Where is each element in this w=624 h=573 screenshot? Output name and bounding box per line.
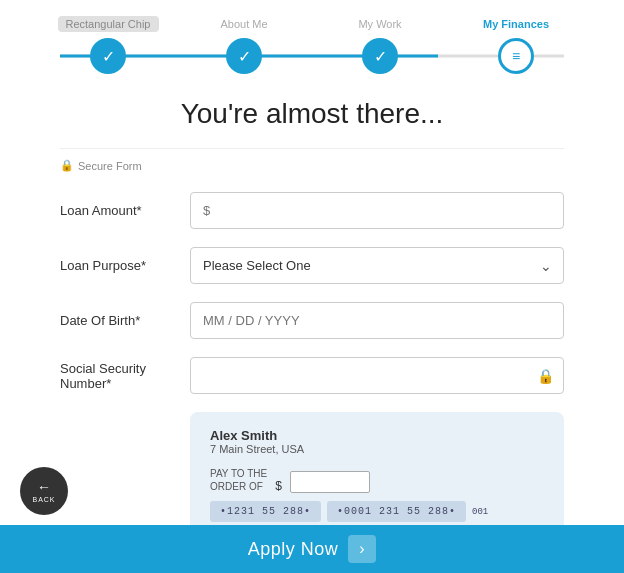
apply-now-label: Apply Now xyxy=(248,539,339,560)
ssn-row: Social Security Number* 🔒 xyxy=(60,357,564,394)
step-labels: Rectangular Chip About Me My Work My Fin… xyxy=(0,16,624,32)
secure-form-label: 🔒 Secure Form xyxy=(60,148,564,172)
loan-amount-input[interactable] xyxy=(190,192,564,229)
step-label-my-work: My Work xyxy=(312,18,448,30)
check-routing-box-2: •0001 231 55 288• xyxy=(327,501,466,522)
back-button[interactable]: ← BACK xyxy=(20,467,68,515)
step1-chip: Rectangular Chip xyxy=(58,16,159,32)
loan-purpose-label: Loan Purpose* xyxy=(60,258,190,273)
step-label-about-me: About Me xyxy=(176,18,312,30)
check-routing-row: •1231 55 288• •0001 231 55 288• 001 xyxy=(210,501,544,522)
loan-purpose-select-wrap: Please Select OneDebt ConsolidationHome … xyxy=(190,247,564,284)
progress-track: ✓ ✓ ✓ ≡ xyxy=(0,38,624,74)
step-circle-1: ✓ xyxy=(90,38,126,74)
step-circle-3: ✓ xyxy=(362,38,398,74)
bottom-bar: Apply Now › xyxy=(0,525,624,573)
check-amount-box xyxy=(290,471,370,493)
page-title: You're almost there... xyxy=(60,98,564,130)
check-preview: Alex Smith 7 Main Street, USA PAY TO THE… xyxy=(190,412,564,538)
progress-line xyxy=(60,55,564,58)
step-label-get-started: Rectangular Chip xyxy=(40,16,176,32)
step-circle-4: ≡ xyxy=(498,38,534,74)
check-pay-label: PAY TO THEORDER OF xyxy=(210,467,267,493)
loan-amount-input-wrap xyxy=(190,192,564,229)
lock-icon: 🔒 xyxy=(537,368,554,384)
lock-icon-secure: 🔒 xyxy=(60,159,74,172)
main-content: You're almost there... 🔒 Secure Form Loa… xyxy=(0,74,624,558)
progress-section: Rectangular Chip About Me My Work My Fin… xyxy=(0,0,624,74)
dob-input[interactable] xyxy=(190,302,564,339)
step-circle-2: ✓ xyxy=(226,38,262,74)
step-label-my-finances: My Finances xyxy=(448,18,584,30)
check-dollar-sign: $ xyxy=(275,479,282,493)
back-label: BACK xyxy=(32,496,55,503)
loan-purpose-row: Loan Purpose* Please Select OneDebt Cons… xyxy=(60,247,564,284)
loan-amount-row: Loan Amount* xyxy=(60,192,564,229)
dob-row: Date Of Birth* xyxy=(60,302,564,339)
check-name: Alex Smith xyxy=(210,428,544,443)
ssn-field-wrapper: 🔒 xyxy=(190,357,564,394)
dob-label: Date Of Birth* xyxy=(60,313,190,328)
apply-now-button[interactable]: Apply Now › xyxy=(248,535,377,563)
loan-purpose-dropdown[interactable]: Please Select OneDebt ConsolidationHome … xyxy=(190,247,564,284)
apply-arrow-icon: › xyxy=(348,535,376,563)
ssn-label: Social Security Number* xyxy=(60,361,190,391)
check-routing-box-1: •1231 55 288• xyxy=(210,501,321,522)
loan-amount-label: Loan Amount* xyxy=(60,203,190,218)
dob-input-wrap xyxy=(190,302,564,339)
ssn-input[interactable] xyxy=(190,357,564,394)
check-address: 7 Main Street, USA xyxy=(210,443,544,455)
check-routing-small: 001 xyxy=(472,501,488,522)
ssn-input-wrap: 🔒 xyxy=(190,357,564,394)
back-arrow-icon: ← xyxy=(37,479,51,495)
check-pay-row: PAY TO THEORDER OF $ xyxy=(210,467,544,493)
loan-purpose-select[interactable]: Please Select OneDebt ConsolidationHome … xyxy=(190,247,564,284)
